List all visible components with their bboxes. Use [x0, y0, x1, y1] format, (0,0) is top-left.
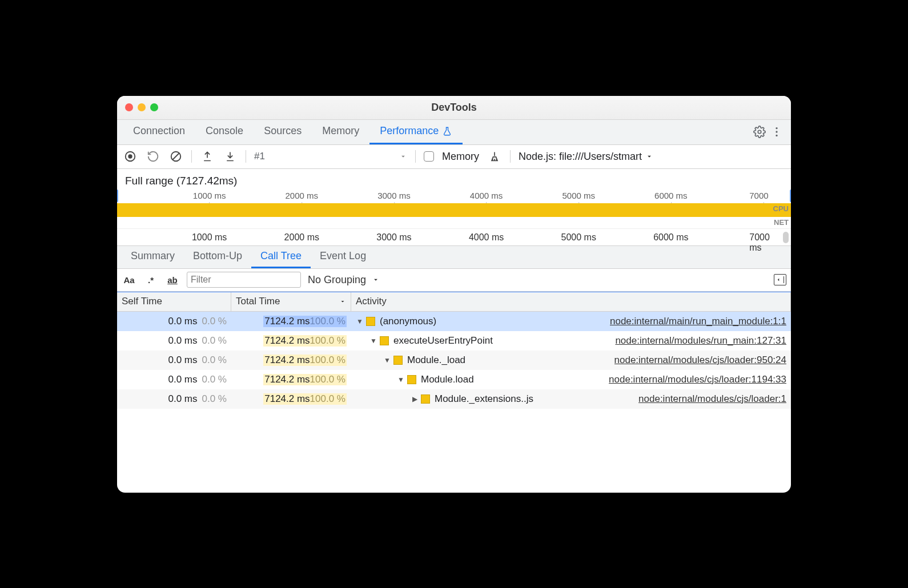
self-time-value: 0.0 ms: [168, 355, 197, 366]
whole-word-button[interactable]: ab: [165, 275, 180, 285]
column-self-time[interactable]: Self Time: [117, 292, 231, 311]
sort-desc-icon: [339, 298, 346, 305]
disclosure-arrow-icon[interactable]: ▼: [369, 337, 377, 345]
record-icon: [124, 150, 136, 163]
tab-connection[interactable]: Connection: [123, 120, 195, 144]
total-time-cell: 7124.2 ms100.0 %: [263, 393, 347, 405]
save-profile-button[interactable]: [223, 149, 238, 164]
details-tab-bar: Summary Bottom-Up Call Tree Event Log: [117, 246, 791, 269]
overview-ruler-top: 1000 ms2000 ms3000 ms4000 ms5000 ms6000 …: [117, 190, 791, 203]
svg-line-7: [173, 154, 179, 160]
table-row[interactable]: 0.0 ms0.0 %7124.2 ms100.0 %▶Module._exte…: [117, 389, 791, 409]
disclosure-arrow-icon[interactable]: ▶: [411, 395, 419, 403]
kebab-icon: [770, 126, 783, 138]
clear-button[interactable]: [168, 149, 183, 164]
ruler-tick: 1000 ms: [192, 232, 227, 243]
performance-toolbar: Memory Node.js: file:///Users/stmart: [117, 145, 791, 169]
category-swatch-icon: [421, 394, 430, 404]
main-tab-bar: Connection Console Sources Memory Perfor…: [117, 120, 791, 145]
table-row[interactable]: 0.0 ms0.0 %7124.2 ms100.0 %▼executeUserE…: [117, 331, 791, 351]
total-time-cell: 7124.2 ms100.0 %: [263, 316, 347, 327]
category-swatch-icon: [366, 317, 375, 326]
svg-point-0: [758, 130, 761, 134]
chevron-down-icon[interactable]: [399, 152, 407, 160]
regex-button[interactable]: .*: [143, 275, 158, 285]
disclosure-arrow-icon[interactable]: ▼: [397, 376, 405, 384]
clear-icon: [170, 150, 182, 163]
table-row[interactable]: 0.0 ms0.0 %7124.2 ms100.0 %▼Module._load…: [117, 351, 791, 370]
range-handle-left[interactable]: [117, 190, 118, 202]
activity-name: Module._load: [407, 355, 465, 366]
self-time-value: 0.0 ms: [168, 393, 197, 405]
disclosure-arrow-icon[interactable]: ▼: [356, 317, 364, 325]
target-dropdown[interactable]: Node.js: file:///Users/stmart: [519, 151, 653, 163]
tab-sources[interactable]: Sources: [254, 120, 312, 144]
ruler-tick: 3000 ms: [377, 191, 411, 200]
self-time-pct: 0.0 %: [202, 374, 227, 385]
subtab-call-tree[interactable]: Call Tree: [251, 246, 311, 268]
more-button[interactable]: [768, 123, 785, 140]
activity-source-link[interactable]: node:internal/modules/cjs/loader:1194:33: [609, 374, 786, 385]
activity-source-link[interactable]: node:internal/modules/cjs/loader:1: [638, 393, 786, 405]
subtab-event-log[interactable]: Event Log: [311, 246, 375, 268]
memory-checkbox-label: Memory: [442, 151, 479, 163]
svg-point-1: [776, 127, 777, 129]
call-tree-table: Self Time Total Time Activity 0.0 ms0.0 …: [117, 292, 791, 493]
reload-button[interactable]: [146, 149, 160, 164]
total-time-pct: 100.0 %: [310, 316, 345, 327]
ruler-tick: 5000 ms: [561, 232, 596, 243]
total-time-cell: 7124.2 ms100.0 %: [263, 374, 347, 385]
titlebar: DevTools: [117, 96, 791, 120]
ruler-tick: 6000 ms: [653, 232, 688, 243]
reload-icon: [147, 150, 159, 163]
grouping-dropdown[interactable]: No Grouping: [308, 274, 380, 286]
table-row[interactable]: 0.0 ms0.0 %7124.2 ms100.0 %▼Module.loadn…: [117, 370, 791, 389]
show-sidebar-button[interactable]: [774, 274, 786, 285]
timeline-overview[interactable]: 1000 ms2000 ms3000 ms4000 ms5000 ms6000 …: [117, 190, 791, 246]
self-time-value: 0.0 ms: [168, 316, 197, 327]
filter-input[interactable]: [187, 272, 301, 288]
gear-icon: [753, 126, 766, 138]
self-time-pct: 0.0 %: [202, 393, 227, 405]
devtools-window: DevTools Connection Console Sources Memo…: [117, 96, 791, 493]
settings-button[interactable]: [751, 123, 768, 140]
total-time-value: 7124.2 ms: [264, 355, 310, 365]
total-time-pct: 100.0 %: [310, 335, 345, 346]
subtab-bottom-up[interactable]: Bottom-Up: [184, 246, 251, 268]
memory-checkbox[interactable]: [424, 151, 434, 162]
window-title: DevTools: [117, 102, 791, 114]
activity-source-link[interactable]: node:internal/modules/run_main:127:31: [615, 335, 786, 347]
self-time-value: 0.0 ms: [168, 335, 197, 347]
cpu-track: CPU: [117, 203, 791, 217]
activity-source-link[interactable]: node:internal/modules/cjs/loader:950:24: [614, 355, 786, 366]
net-track-label: NET: [774, 218, 789, 227]
filter-bar: Aa .* ab No Grouping: [117, 269, 791, 292]
activity-name: Module._extensions..js: [435, 393, 533, 405]
profile-select[interactable]: [254, 151, 391, 162]
tab-console[interactable]: Console: [195, 120, 254, 144]
target-dropdown-label: Node.js: file:///Users/stmart: [519, 151, 642, 163]
ruler-tick: 2000 ms: [284, 232, 319, 243]
column-total-time[interactable]: Total Time: [231, 292, 351, 311]
collect-garbage-button[interactable]: [487, 149, 502, 164]
subtab-summary[interactable]: Summary: [122, 246, 184, 268]
load-profile-button[interactable]: [200, 149, 215, 164]
activity-source-link[interactable]: node:internal/main/run_main_module:1:1: [610, 316, 786, 327]
column-activity[interactable]: Activity: [351, 292, 791, 311]
table-row[interactable]: 0.0 ms0.0 %7124.2 ms100.0 %▼(anonymous)n…: [117, 312, 791, 331]
ruler-tick: 5000 ms: [562, 191, 595, 200]
disclosure-arrow-icon[interactable]: ▼: [383, 356, 391, 364]
overview-scrollbar[interactable]: [783, 232, 789, 243]
broom-icon: [489, 151, 500, 162]
tab-memory[interactable]: Memory: [312, 120, 369, 144]
self-time-pct: 0.0 %: [202, 316, 227, 327]
ruler-tick: 4000 ms: [469, 232, 504, 243]
match-case-button[interactable]: Aa: [122, 275, 136, 285]
svg-point-5: [128, 154, 132, 158]
range-handle-right[interactable]: [790, 190, 791, 202]
tab-performance[interactable]: Performance: [369, 120, 463, 144]
activity-name: (anonymous): [380, 316, 436, 327]
tab-performance-label: Performance: [380, 125, 439, 137]
record-button[interactable]: [123, 149, 138, 164]
ruler-tick: 2000 ms: [286, 191, 319, 200]
